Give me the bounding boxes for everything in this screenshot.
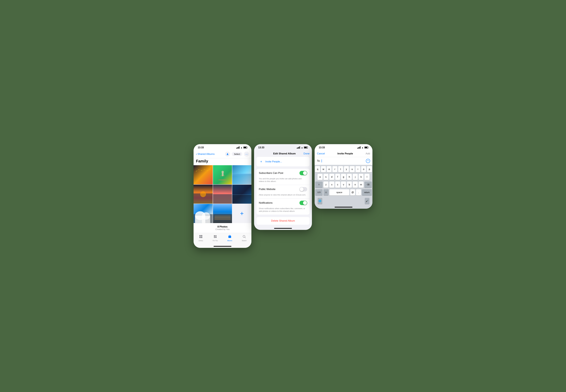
photo-count: 8 Photos	[196, 225, 249, 228]
cancel-button[interactable]: Cancel	[317, 152, 325, 155]
at-key[interactable]: @	[350, 189, 355, 196]
wifi-icon-1: ▲	[240, 146, 243, 149]
period-key[interactable]: .	[356, 189, 361, 196]
key-r[interactable]: r	[332, 166, 337, 172]
svg-rect-29	[199, 237, 201, 238]
person-icon[interactable]	[225, 152, 230, 157]
to-field[interactable]: To: +	[315, 157, 373, 165]
key-e[interactable]: e	[327, 166, 332, 172]
created-by: Created by You	[196, 228, 249, 230]
wifi-icon-3: ▲	[361, 146, 363, 149]
public-website-description: Allow anyone to view this shared album o…	[256, 194, 310, 198]
svg-point-7	[218, 179, 227, 181]
search-icon	[242, 235, 246, 239]
tab-albums[interactable]: Albums	[222, 234, 237, 242]
status-icons-3: ▲	[357, 146, 368, 149]
tab-library[interactable]: Library	[193, 234, 208, 242]
key-i[interactable]: i	[356, 166, 360, 172]
key-b[interactable]: b	[347, 182, 352, 188]
tab-for-you[interactable]: For You	[208, 234, 223, 242]
key-c[interactable]: c	[335, 182, 340, 188]
key-k[interactable]: k	[359, 174, 364, 180]
select-button[interactable]: Select	[232, 152, 242, 156]
edit-album-header: Edit Shared Album Done	[254, 150, 312, 157]
photo-cell-2[interactable]	[213, 165, 232, 184]
keyboard-row-1: q w e r t y u i o p	[315, 166, 372, 172]
tab-search[interactable]: Search	[237, 234, 251, 242]
add-photo-button[interactable]: +	[232, 204, 251, 223]
svg-rect-28	[201, 235, 202, 237]
key-x[interactable]: x	[329, 182, 334, 188]
public-website-toggle[interactable]	[300, 187, 307, 192]
tab-albums-label: Albums	[227, 240, 232, 241]
notifications-label: Notifications	[259, 201, 273, 204]
key-f[interactable]: f	[335, 174, 340, 180]
svg-rect-15	[213, 194, 232, 204]
home-indicator-2	[254, 227, 312, 230]
key-t[interactable]: t	[338, 166, 343, 172]
notifications-description: Show notifications when subscribers like…	[256, 207, 310, 215]
key-l[interactable]: l	[364, 174, 370, 180]
photo-cell-5[interactable]	[213, 185, 232, 204]
key-y[interactable]: y	[344, 166, 349, 172]
invite-people-title: Invite People	[337, 152, 353, 155]
chevron-icon: ‹	[196, 152, 197, 156]
notifications-toggle[interactable]	[300, 201, 307, 205]
nav-bar-1: ‹ Shared Albums Select ···	[193, 150, 251, 158]
numbers-key[interactable]: 123	[315, 189, 323, 196]
key-s[interactable]: s	[323, 174, 329, 180]
add-button[interactable]: Add	[366, 152, 370, 155]
emoji-key[interactable]: ☺	[323, 189, 329, 196]
delete-row[interactable]: Delete Shared Album	[256, 217, 310, 225]
key-n[interactable]: n	[353, 182, 358, 188]
shift-key[interactable]: ⇧	[315, 182, 323, 188]
battery-2	[304, 147, 308, 148]
key-u[interactable]: u	[350, 166, 355, 172]
photo-cell-4[interactable]	[193, 185, 213, 204]
done-button[interactable]: Done	[304, 152, 310, 155]
key-d[interactable]: d	[329, 174, 334, 180]
home-bar-2	[274, 228, 292, 229]
globe-key[interactable]: 🌐	[318, 198, 322, 204]
photo-cell-3[interactable]	[232, 165, 251, 184]
svg-rect-11	[232, 174, 251, 184]
back-button[interactable]: ‹ Shared Albums	[196, 152, 215, 156]
library-icon	[199, 235, 203, 239]
photo-cell-6[interactable]	[232, 185, 251, 204]
photo-cell-1[interactable]	[193, 165, 213, 184]
key-w[interactable]: w	[321, 166, 326, 172]
wifi-icon-2: ▲	[301, 146, 303, 149]
key-m[interactable]: m	[359, 182, 363, 188]
subscribers-toggle[interactable]	[300, 171, 307, 175]
battery-1	[243, 147, 247, 148]
photo-cell-7[interactable]	[193, 204, 213, 223]
key-h[interactable]: h	[347, 174, 352, 180]
add-contact-button[interactable]: +	[366, 159, 370, 163]
public-website-label: Public Website	[259, 188, 276, 191]
key-g[interactable]: g	[341, 174, 346, 180]
return-key[interactable]: return	[362, 189, 372, 196]
albums-icon	[228, 235, 232, 239]
emoji-icon: ☺	[325, 191, 327, 194]
keyboard-row-4: 123 ☺ space @ . return	[315, 189, 372, 196]
key-a[interactable]: a	[318, 174, 323, 180]
more-button[interactable]: ···	[244, 152, 249, 157]
key-q[interactable]: q	[315, 166, 320, 172]
key-z[interactable]: z	[323, 182, 328, 188]
edit-album-title: Edit Shared Album	[273, 152, 296, 155]
tab-library-label: Library	[198, 240, 203, 241]
photo-cell-8[interactable]	[213, 204, 232, 223]
key-o[interactable]: o	[361, 166, 366, 172]
signal-bars-2	[297, 146, 300, 149]
invite-row[interactable]: + Invite People...	[256, 157, 310, 167]
delete-key[interactable]: ⌫	[364, 182, 372, 188]
key-v[interactable]: v	[341, 182, 346, 188]
photo-grid: +	[193, 165, 251, 223]
svg-rect-24	[214, 216, 231, 217]
key-p[interactable]: p	[367, 166, 372, 172]
mic-icon: 🎤	[366, 199, 369, 202]
svg-rect-33	[215, 235, 217, 236]
space-key[interactable]: space	[330, 189, 349, 196]
key-j[interactable]: j	[353, 174, 358, 180]
mic-key[interactable]: 🎤	[365, 198, 370, 204]
